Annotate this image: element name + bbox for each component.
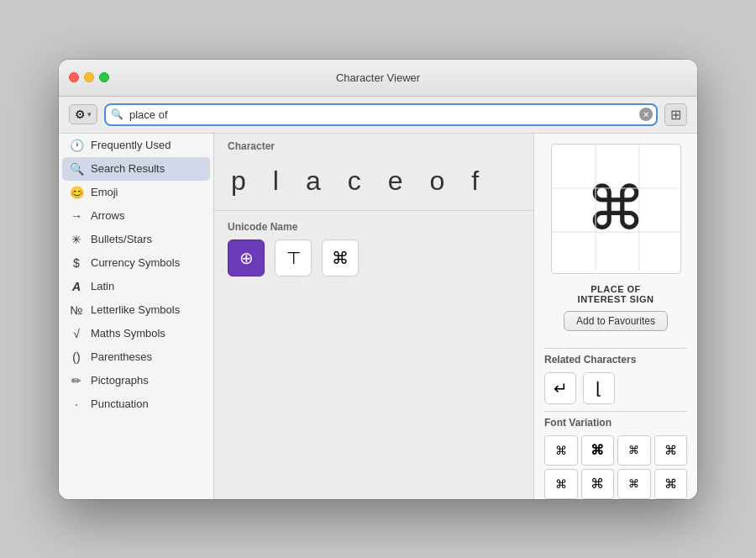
sidebar-item-label: Frequently Used <box>91 139 171 151</box>
toolbar: ⚙ ▾ 🔍 ✕ ⊞ <box>59 97 697 134</box>
currency-icon: $ <box>69 256 84 270</box>
sidebar-item-label: Bullets/Stars <box>91 233 152 245</box>
maximize-button[interactable] <box>99 72 109 82</box>
main-area: 🕐 Frequently Used 🔍 Search Results 😊 Emo… <box>59 134 697 499</box>
titlebar: Character Viewer <box>59 60 697 97</box>
arrow-icon: → <box>69 209 84 223</box>
font-variation-header: Font Variation <box>544 411 687 435</box>
sidebar-item-maths-symbols[interactable]: √ Maths Symbols <box>59 322 213 345</box>
related-char-0[interactable]: ↵ <box>544 372 576 404</box>
related-section: Related Characters ↵ ⌊ <box>534 341 697 411</box>
sidebar-item-label: Punctuation <box>91 397 149 410</box>
minimize-button[interactable] <box>84 72 94 82</box>
sidebar-item-pictographs[interactable]: ✏ Pictographs <box>59 369 213 392</box>
fv-char-2[interactable]: ⌘ <box>617 435 651 466</box>
maths-icon: √ <box>69 327 84 340</box>
sidebar-item-arrows[interactable]: → Arrows <box>59 204 213 228</box>
emoji-icon: 😊 <box>69 186 84 199</box>
font-variation-section: Font Variation ⌘ ⌘ ⌘ ⌘ ⌘ ⌘ ⌘ ⌘ <box>534 411 697 499</box>
sidebar-item-parentheses[interactable]: () Parentheses <box>59 345 213 369</box>
sidebar-item-emoji[interactable]: 😊 Emoji <box>59 181 213 204</box>
fv-char-3[interactable]: ⌘ <box>654 435 688 466</box>
sidebar-item-letterlike-symbols[interactable]: № Letterlike Symbols <box>59 298 213 322</box>
char-e[interactable]: e <box>385 162 407 200</box>
unicode-name-header: Unicode Name <box>214 218 533 240</box>
sidebar-item-label: Latin <box>91 280 114 292</box>
gear-menu-button[interactable]: ⚙ ▾ <box>69 104 97 124</box>
detail-panel: ⌘ PLACE OF INTEREST SIGN Add to Favourit… <box>533 134 697 499</box>
layout-toggle-button[interactable]: ⊞ <box>664 103 687 126</box>
unicode-char-2[interactable]: ⌘ <box>322 240 359 276</box>
search-input[interactable] <box>104 103 658 126</box>
traffic-lights <box>69 72 109 82</box>
content-area: Character p l a c e o f Unicode Name ⊕ ⊤… <box>214 134 533 499</box>
sidebar-item-label: Currency Symbols <box>91 256 180 269</box>
sidebar-item-label: Search Results <box>91 162 165 175</box>
fv-char-5[interactable]: ⌘ <box>581 469 615 499</box>
letterlike-icon: № <box>69 303 84 317</box>
preview-character: ⌘ <box>585 178 646 239</box>
gear-icon: ⚙ <box>75 108 86 121</box>
char-o[interactable]: o <box>427 162 449 200</box>
parentheses-icon: () <box>69 350 84 364</box>
character-name: PLACE OF INTEREST SIGN <box>568 284 664 311</box>
chevron-down-icon: ▾ <box>87 110 92 118</box>
unicode-grid: ⊕ ⊤ ⌘ <box>214 240 533 287</box>
search-container: 🔍 ✕ <box>104 103 658 126</box>
character-section: Character p l a c e o f <box>214 134 533 211</box>
sidebar-item-label: Pictographs <box>91 374 149 387</box>
character-grid: p l a c e o f <box>214 155 533 210</box>
fv-char-0[interactable]: ⌘ <box>544 435 578 466</box>
unicode-name-section: Unicode Name ⊕ ⊤ ⌘ <box>214 211 533 293</box>
fv-char-4[interactable]: ⌘ <box>544 469 578 499</box>
search-icon: 🔍 <box>111 108 123 120</box>
character-header: Character <box>214 134 533 155</box>
fv-char-1[interactable]: ⌘ <box>581 435 615 466</box>
character-viewer-window: Character Viewer ⚙ ▾ 🔍 ✕ ⊞ 🕐 Frequently … <box>59 60 697 499</box>
char-a[interactable]: a <box>302 162 324 200</box>
sidebar-item-frequently-used[interactable]: 🕐 Frequently Used <box>59 134 213 157</box>
sidebar-item-label: Emoji <box>91 186 118 198</box>
sidebar-item-label: Letterlike Symbols <box>91 303 180 316</box>
sidebar-item-currency-symbols[interactable]: $ Currency Symbols <box>59 251 213 275</box>
search-icon: 🔍 <box>69 162 84 176</box>
char-c[interactable]: c <box>344 162 365 200</box>
sidebar-item-label: Maths Symbols <box>91 327 165 340</box>
related-characters-grid: ↵ ⌊ <box>544 372 687 404</box>
pictographs-icon: ✏ <box>69 374 84 387</box>
char-f[interactable]: f <box>468 162 482 200</box>
unicode-char-0[interactable]: ⊕ <box>228 240 265 276</box>
unicode-char-1[interactable]: ⊤ <box>275 240 312 276</box>
clock-icon: 🕐 <box>69 139 84 152</box>
char-l[interactable]: l <box>270 162 282 200</box>
latin-icon: A <box>69 280 84 293</box>
sidebar-item-punctuation[interactable]: · Punctuation <box>59 392 213 416</box>
clear-search-button[interactable]: ✕ <box>639 108 653 121</box>
related-char-1[interactable]: ⌊ <box>583 372 615 404</box>
close-button[interactable] <box>69 72 79 82</box>
related-characters-header: Related Characters <box>544 348 687 372</box>
sidebar-item-search-results[interactable]: 🔍 Search Results <box>62 157 210 181</box>
sidebar-item-latin[interactable]: A Latin <box>59 275 213 298</box>
fv-char-7[interactable]: ⌘ <box>654 469 688 499</box>
punctuation-icon: · <box>69 397 84 411</box>
fv-char-6[interactable]: ⌘ <box>617 469 651 499</box>
character-preview: ⌘ <box>551 144 681 274</box>
sidebar: 🕐 Frequently Used 🔍 Search Results 😊 Emo… <box>59 134 214 499</box>
add-to-favourites-button[interactable]: Add to Favourites <box>564 311 668 331</box>
font-variation-grid: ⌘ ⌘ ⌘ ⌘ ⌘ ⌘ ⌘ ⌘ <box>544 435 687 499</box>
char-p[interactable]: p <box>228 162 249 200</box>
window-title: Character Viewer <box>336 71 420 84</box>
sidebar-item-label: Arrows <box>91 209 124 222</box>
sidebar-item-label: Parentheses <box>91 350 152 363</box>
bullets-icon: ✳ <box>69 233 84 246</box>
sidebar-item-bullets-stars[interactable]: ✳ Bullets/Stars <box>59 228 213 251</box>
